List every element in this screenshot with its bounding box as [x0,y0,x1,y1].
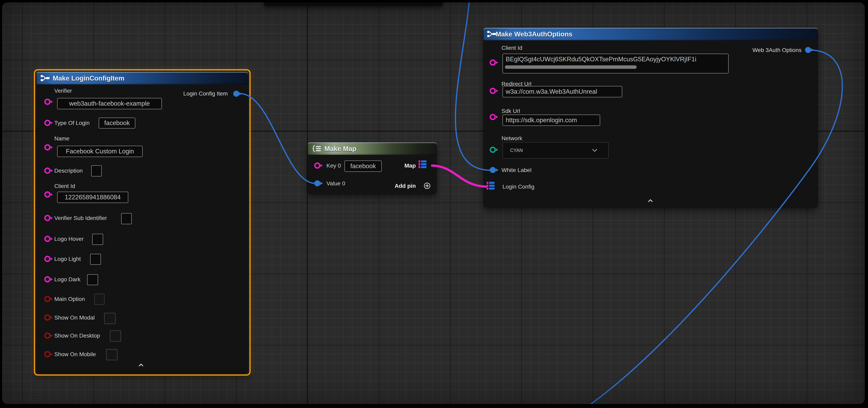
key-0-input[interactable]: facebook [344,161,382,172]
pin-label: Show On Modal [54,314,95,321]
map-output-pin[interactable] [418,160,428,169]
type-of-login-pin[interactable] [44,118,54,127]
client-id-pin[interactable] [489,58,499,67]
network-selected-value: CYAN [510,148,523,153]
show-on-modal-pin[interactable] [44,313,54,322]
pin-label: Key 0 [327,163,341,169]
pin-label: Client Id [501,45,522,51]
pin-label: Client Id [54,183,75,190]
show-on-desktop-pin[interactable] [44,331,54,340]
add-pin-label[interactable]: Add pin [395,183,416,189]
login-config-pin[interactable] [486,181,496,190]
chevron-up-icon[interactable] [138,363,144,368]
chevron-up-icon[interactable] [647,198,654,203]
wire-map-to-login-config[interactable] [431,166,487,186]
main-option-pin[interactable] [44,295,54,303]
grid-origin-vline [307,2,308,404]
pin-label: Logo Hover [54,236,84,242]
output-pin-label: Web 3Auth Options [752,47,802,54]
verifier-input[interactable]: web3auth-facebook-example [57,98,162,109]
redirect-url-pin[interactable] [489,87,499,95]
node-title: Make LoginConfigItem [53,74,124,82]
plus-circle-icon[interactable] [423,182,431,190]
chevron-down-icon [592,149,597,152]
node-header[interactable]: Make Web3AuthOptions [484,28,818,40]
output-pin-label: Map [404,163,416,169]
brace-list-icon [312,144,322,152]
node-title: Make Web3AuthOptions [496,30,572,38]
logo-hover-input[interactable] [92,234,103,245]
pin-label: Verifier [54,88,72,94]
node-header[interactable]: Make LoginConfigItem [36,72,248,84]
description-pin[interactable] [44,166,54,175]
white-label-pin[interactable] [489,166,499,174]
pin-label: White Label [501,167,531,173]
pin-label: Value 0 [327,180,345,187]
pin-label: Description [54,168,83,174]
sdk-url-pin[interactable] [489,112,499,122]
type-of-login-input[interactable]: facebook [99,117,135,129]
show-on-mobile-checkbox[interactable] [106,349,118,360]
output-pin-label: Login Config Item [183,91,228,97]
redirect-url-input[interactable]: w3a://com.w3a.Web3AuthUnreal [502,86,622,97]
verifier-sub-identifier-pin[interactable] [44,213,54,223]
logo-light-input[interactable] [90,254,101,265]
key-0-pin[interactable] [314,161,323,170]
network-dropdown[interactable]: CYAN [502,142,609,159]
pin-label: Login Config [502,183,534,190]
blueprint-editor-frame: Make LoginConfigItem Login Config Item V… [0,0,868,408]
name-input[interactable]: Facebook Custom Login [57,146,143,157]
logo-light-pin[interactable] [44,254,54,263]
graph-world: Make LoginConfigItem Login Config Item V… [2,2,865,404]
show-on-mobile-pin[interactable] [44,350,54,359]
client-id-input[interactable]: 1222658941886084 [57,192,128,203]
logo-hover-pin[interactable] [44,234,54,243]
pin-label: Network [501,135,522,142]
make-struct-icon [487,30,497,38]
pin-label: Show On Mobile [54,351,96,358]
pin-label: Name [54,135,69,142]
show-on-desktop-checkbox[interactable] [110,331,121,342]
make-struct-icon [40,74,50,82]
pin-label: Type Of Login [54,120,90,126]
pin-label: Verifier Sub Identifier [54,215,107,222]
login-config-item-output-pin[interactable] [232,89,242,98]
verifier-sub-identifier-input[interactable] [121,213,132,224]
client-id-hscrollbar[interactable] [505,65,637,69]
web3auth-options-output-pin[interactable] [804,45,814,55]
node-make-loginconfigitem[interactable]: Make LoginConfigItem Login Config Item V… [36,72,248,373]
graph-canvas[interactable]: Make LoginConfigItem Login Config Item V… [2,2,865,404]
node-make-web3authoptions[interactable]: Make Web3AuthOptions Web 3Auth Options C… [484,28,818,207]
node-make-map[interactable]: Make Map Key 0 facebook Map Value 0 Add … [308,142,437,194]
offscreen-node-edge[interactable] [264,2,443,6]
pin-label: Show On Desktop [54,333,100,339]
logo-dark-input[interactable] [87,274,98,285]
name-pin[interactable] [44,143,54,152]
pin-label: Logo Light [54,256,81,262]
client-id-pin[interactable] [44,190,54,199]
wire-login-config-item-to-value0[interactable] [240,94,315,183]
pin-label: Main Option [54,296,85,302]
value-0-pin[interactable] [314,179,323,188]
node-title: Make Map [324,145,356,152]
client-id-input[interactable]: BEglQSgt4cUWcj6SKRdu5QkOXTsePmMcusG5EAoy… [502,54,728,73]
network-pin[interactable] [489,145,499,154]
sdk-url-input[interactable]: https://sdk.openlogin.com [502,114,600,126]
node-header[interactable]: Make Map [308,142,437,155]
logo-dark-pin[interactable] [44,275,54,284]
description-input[interactable] [91,165,102,176]
pin-label: Logo Dark [54,276,81,283]
pin-label: Sdk Url [501,108,520,114]
main-option-checkbox[interactable] [94,294,104,305]
show-on-modal-checkbox[interactable] [104,313,116,324]
verifier-pin[interactable] [44,97,54,106]
